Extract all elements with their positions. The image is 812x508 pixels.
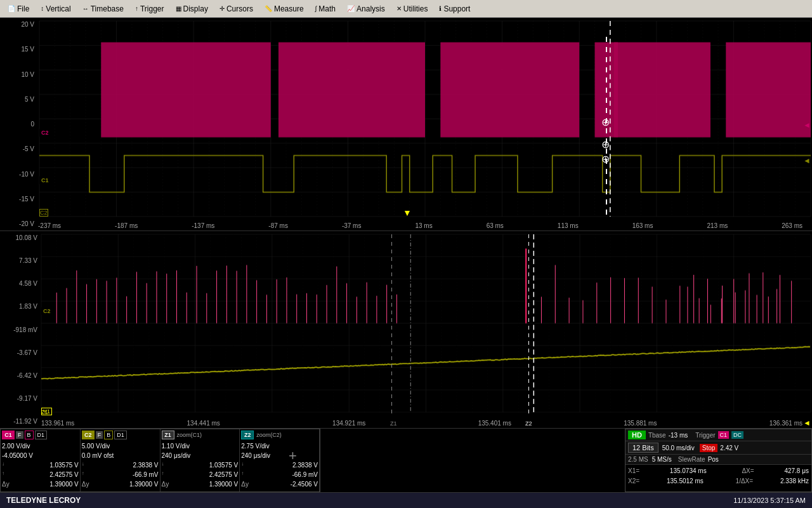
c2-row1-val: 2.3838 V bbox=[133, 460, 158, 470]
z1-row1-val: 1.03575 V bbox=[209, 460, 239, 470]
c1-header-box: C1 bbox=[2, 431, 15, 439]
c2-right-arrow: ◄ bbox=[803, 121, 811, 130]
c2-row1-arrow: ↓ bbox=[82, 460, 84, 470]
bottom-waveform: 10.08 V 7.33 V 4.58 V 1.83 V -918 mV -3.… bbox=[0, 231, 812, 429]
right-mid-bar: 12 Bits 50.0 ms/div Stop 2.42 V bbox=[625, 441, 811, 455]
z2-x-label: Z2 bbox=[525, 420, 532, 427]
c2-row2-val: -66.9 mV bbox=[133, 470, 159, 479]
meas-c1-col: C1 F B D1 2.00 V/div -4.05000 V ↓1.03575… bbox=[1, 429, 81, 491]
menu-utilities[interactable]: ✕ Utilities bbox=[391, 3, 433, 15]
c2-d1-badge: D1 bbox=[114, 431, 127, 439]
inv-dx-val: 2.338 kHz bbox=[780, 476, 809, 486]
bx-label-5: 135.881 ms bbox=[624, 420, 657, 427]
x1-label: X1= bbox=[628, 466, 639, 476]
utilities-icon: ✕ bbox=[396, 5, 402, 12]
z2-row1-arrow: ↓ bbox=[241, 460, 244, 470]
cursor-handle-mid[interactable]: ⊕ bbox=[601, 138, 610, 150]
meas-z1-col: Z1 zoom(C1) 1.10 V/div 240 μs/div ↓1.035… bbox=[160, 429, 240, 491]
analysis-icon: 📈 bbox=[347, 5, 355, 12]
bottom-waveform-canvas[interactable] bbox=[0, 231, 812, 428]
slew-label: SlewRate bbox=[678, 456, 705, 463]
menu-vertical-label: Vertical bbox=[46, 4, 70, 13]
z1-row2-val: 2.42575 V bbox=[209, 470, 239, 479]
meas-z2-col: Z2 zoom(C2) 2.75 V/div 240 μs/div ↓2.383… bbox=[240, 429, 320, 491]
c1-right-arrow: ◄ bbox=[803, 156, 811, 165]
ch-c2-top-label: C2 bbox=[39, 129, 51, 137]
menu-support[interactable]: ℹ Support bbox=[434, 3, 475, 15]
menu-display[interactable]: ▦ Display bbox=[171, 3, 213, 15]
stop-badge: Stop bbox=[700, 444, 718, 452]
x-label-5: -37 ms bbox=[342, 222, 362, 229]
c1-d1-badge: D1 bbox=[35, 431, 48, 439]
menu-bar: 📄 File ↕ Vertical ↔ Timebase ↑ Trigger ▦… bbox=[0, 0, 812, 18]
trigger-ch2-box: DC bbox=[731, 431, 743, 439]
bx-label-2: 134.441 ms bbox=[187, 420, 220, 427]
menu-math[interactable]: ∫ Math bbox=[310, 3, 341, 15]
timebase-div-label: 50.0 ms/div bbox=[662, 444, 695, 451]
c1-voffset: -4.05000 V bbox=[2, 451, 33, 460]
c2-f-badge: F bbox=[96, 431, 103, 439]
x1-val: 135.0734 ms bbox=[670, 466, 707, 476]
display-icon: ▦ bbox=[176, 5, 181, 12]
c2-row2-arrow: ↑ bbox=[82, 470, 84, 479]
z2-zoom-label: zoom(C2) bbox=[256, 432, 282, 438]
menu-timebase[interactable]: ↔ Timebase bbox=[77, 3, 129, 15]
ch-c1-top-label: C1 bbox=[39, 177, 51, 184]
z1-vdiv: 1.10 V/div bbox=[162, 441, 190, 451]
timebase-icon: ↔ bbox=[82, 5, 89, 12]
right-rate-bar: 2.5 MS 5 MS/s SlewRate Pos bbox=[625, 455, 811, 465]
z1-delta-val: 1.39000 V bbox=[209, 479, 239, 489]
tbase-label: Tbase bbox=[648, 432, 666, 439]
z1-voffset: 240 μs/div bbox=[162, 451, 191, 460]
menu-utilities-label: Utilities bbox=[403, 4, 428, 13]
menu-cursors-label: Cursors bbox=[226, 4, 253, 13]
bx-label-1: 133.961 ms bbox=[41, 420, 74, 427]
z1-x-label: Z1 bbox=[390, 420, 397, 427]
add-measurement-button[interactable]: + bbox=[289, 448, 297, 486]
menu-timebase-label: Timebase bbox=[91, 4, 124, 13]
c1-f-badge: F bbox=[16, 431, 23, 439]
bx-label-6: 136.361 ms bbox=[769, 420, 802, 427]
menu-trigger[interactable]: ↑ Trigger bbox=[130, 3, 169, 15]
menu-vertical[interactable]: ↕ Vertical bbox=[36, 3, 75, 15]
z1-row1-arrow: ↓ bbox=[162, 460, 164, 470]
x-label-1: -237 ms bbox=[38, 222, 61, 229]
hd-badge: HD bbox=[628, 431, 646, 439]
x-label-7: 63 ms bbox=[487, 222, 504, 229]
x-label-6: 13 ms bbox=[415, 222, 432, 229]
status-bar: TELEDYNE LECROY 11/13/2023 5:37:15 AM bbox=[0, 492, 812, 508]
x-label-10: 213 ms bbox=[707, 222, 728, 229]
c2-delta-label: Δy bbox=[82, 479, 89, 489]
c2-b-badge: B bbox=[104, 431, 113, 439]
z1-zoom-label: zoom(C1) bbox=[177, 432, 202, 438]
math-icon: ∫ bbox=[315, 5, 317, 12]
y1-label: Y1 bbox=[41, 408, 52, 415]
y1-right-arrow: ◄ bbox=[803, 418, 811, 427]
cursor-handle-bot[interactable]: ⊕ bbox=[601, 153, 610, 165]
z1-row2-arrow: ↑ bbox=[162, 470, 164, 479]
measure-icon: 📏 bbox=[265, 5, 272, 12]
top-x-axis: -237 ms -187 ms -137 ms -87 ms -37 ms 13… bbox=[38, 222, 802, 229]
c2-delta-val: 1.39000 V bbox=[129, 479, 159, 489]
x2-label: X2= bbox=[628, 476, 639, 486]
ms-rate: 5 MS/s bbox=[652, 456, 672, 463]
menu-cursors[interactable]: ✛ Cursors bbox=[214, 3, 258, 15]
right-top-bar: HD Tbase -13 ms Trigger C1 DC bbox=[625, 429, 811, 441]
x-label-3: -137 ms bbox=[192, 222, 214, 229]
bottom-x-axis: 133.961 ms 134.441 ms 134.921 ms 135.401… bbox=[41, 420, 802, 427]
x2-val: 135.5012 ms bbox=[667, 476, 704, 486]
top-waveform-canvas[interactable] bbox=[0, 18, 812, 231]
c1-row2-val: 2.42575 V bbox=[49, 470, 79, 479]
c1-row2-arrow: ↑ bbox=[2, 470, 4, 479]
c2-vdiv: 5.00 V/div bbox=[82, 441, 110, 451]
cursor-handle-top[interactable]: ⊕ bbox=[601, 116, 610, 128]
menu-analysis-label: Analysis bbox=[357, 4, 385, 13]
menu-file[interactable]: 📄 File bbox=[3, 3, 34, 15]
menu-analysis[interactable]: 📈 Analysis bbox=[342, 3, 390, 15]
c2-voffset: 0.0 mV ofst bbox=[82, 451, 114, 460]
x-label-9: 163 ms bbox=[632, 222, 653, 229]
ms-label: 2.5 MS bbox=[628, 456, 648, 463]
menu-measure[interactable]: 📏 Measure bbox=[259, 3, 309, 15]
z2-delta-label: Δy bbox=[241, 479, 249, 489]
x-label-11: 263 ms bbox=[782, 222, 802, 229]
